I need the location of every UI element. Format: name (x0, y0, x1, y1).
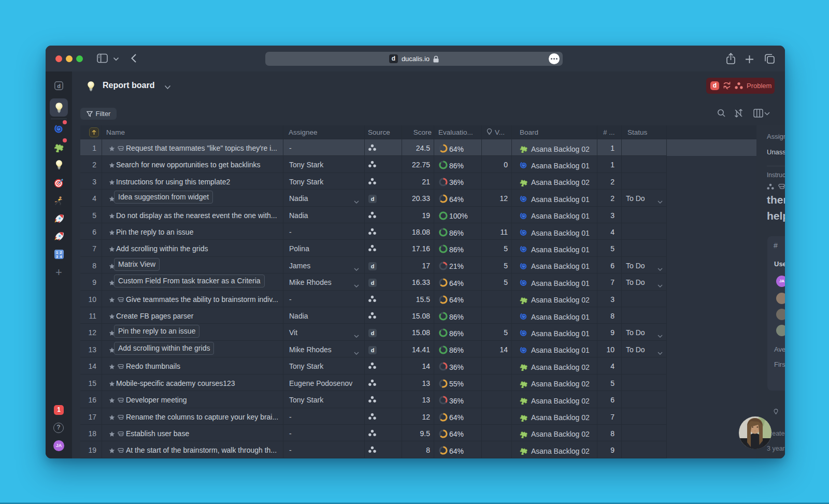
svg-text:d: d (57, 83, 61, 89)
svg-text:3: 3 (56, 255, 58, 258)
svg-text:2: 2 (60, 251, 62, 254)
svg-text:1: 1 (56, 251, 58, 254)
svg-text:4: 4 (60, 255, 62, 258)
